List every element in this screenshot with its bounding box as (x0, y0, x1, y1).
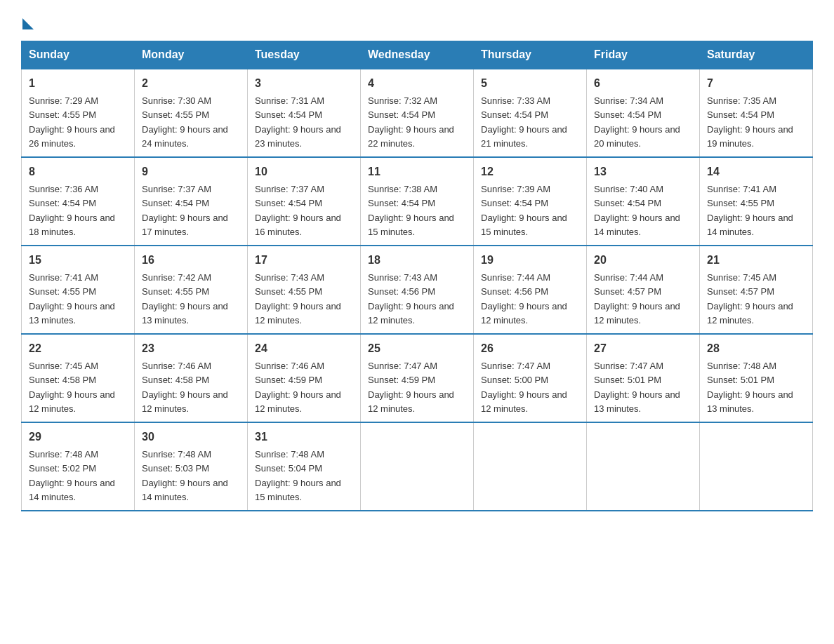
day-sunrise: Sunrise: 7:46 AM (142, 361, 211, 371)
logo (21, 14, 34, 27)
day-daylight: Daylight: 9 hours and 26 minutes. (29, 124, 115, 149)
day-daylight: Daylight: 9 hours and 14 minutes. (594, 213, 680, 237)
calendar-cell (700, 422, 813, 511)
day-number: 21 (707, 252, 805, 269)
day-daylight: Daylight: 9 hours and 15 minutes. (255, 478, 341, 502)
calendar-cell (361, 422, 474, 511)
day-number: 12 (481, 163, 579, 180)
day-sunset: Sunset: 4:56 PM (481, 286, 548, 297)
day-daylight: Daylight: 9 hours and 12 minutes. (142, 389, 228, 414)
day-sunset: Sunset: 4:55 PM (707, 198, 774, 208)
day-number: 31 (255, 429, 353, 445)
day-sunrise: Sunrise: 7:41 AM (707, 184, 776, 194)
day-sunset: Sunset: 4:58 PM (29, 375, 96, 385)
day-daylight: Daylight: 9 hours and 22 minutes. (368, 124, 454, 149)
day-sunrise: Sunrise: 7:29 AM (29, 95, 98, 106)
calendar-cell: 13 Sunrise: 7:40 AM Sunset: 4:54 PM Dayl… (587, 157, 700, 246)
calendar-cell (474, 422, 587, 511)
calendar-cell: 26 Sunrise: 7:47 AM Sunset: 5:00 PM Dayl… (474, 334, 587, 422)
day-daylight: Daylight: 9 hours and 15 minutes. (368, 213, 454, 237)
day-sunset: Sunset: 4:55 PM (255, 286, 322, 297)
day-number: 5 (481, 75, 579, 92)
calendar-cell: 16 Sunrise: 7:42 AM Sunset: 4:55 PM Dayl… (135, 246, 248, 334)
header-tuesday: Tuesday (248, 41, 361, 69)
day-sunrise: Sunrise: 7:47 AM (368, 361, 437, 371)
calendar-week-3: 15 Sunrise: 7:41 AM Sunset: 4:55 PM Dayl… (22, 246, 813, 334)
day-sunrise: Sunrise: 7:36 AM (29, 184, 98, 194)
day-number: 16 (142, 252, 240, 269)
day-sunrise: Sunrise: 7:44 AM (481, 272, 550, 283)
day-sunrise: Sunrise: 7:48 AM (29, 449, 98, 459)
header-wednesday: Wednesday (361, 41, 474, 69)
day-number: 3 (255, 75, 353, 92)
day-daylight: Daylight: 9 hours and 20 minutes. (594, 124, 680, 149)
calendar-cell: 28 Sunrise: 7:48 AM Sunset: 5:01 PM Dayl… (700, 334, 813, 422)
day-sunrise: Sunrise: 7:34 AM (594, 95, 663, 106)
day-sunset: Sunset: 4:55 PM (29, 286, 96, 297)
day-sunrise: Sunrise: 7:46 AM (255, 361, 324, 371)
day-sunset: Sunset: 4:58 PM (142, 375, 209, 385)
day-sunrise: Sunrise: 7:48 AM (707, 361, 776, 371)
calendar-week-5: 29 Sunrise: 7:48 AM Sunset: 5:02 PM Dayl… (22, 422, 813, 511)
day-sunrise: Sunrise: 7:37 AM (255, 184, 324, 194)
day-sunrise: Sunrise: 7:30 AM (142, 95, 211, 106)
day-number: 4 (368, 75, 466, 92)
day-daylight: Daylight: 9 hours and 15 minutes. (481, 213, 567, 237)
day-number: 13 (594, 163, 692, 180)
calendar-cell: 4 Sunrise: 7:32 AM Sunset: 4:54 PM Dayli… (361, 69, 474, 157)
calendar-cell: 24 Sunrise: 7:46 AM Sunset: 4:59 PM Dayl… (248, 334, 361, 422)
day-daylight: Daylight: 9 hours and 14 minutes. (142, 478, 228, 502)
day-number: 29 (29, 429, 127, 445)
day-sunset: Sunset: 4:55 PM (142, 286, 209, 297)
day-sunrise: Sunrise: 7:38 AM (368, 184, 437, 194)
calendar-cell: 11 Sunrise: 7:38 AM Sunset: 4:54 PM Dayl… (361, 157, 474, 246)
day-sunset: Sunset: 5:01 PM (707, 375, 774, 385)
day-sunset: Sunset: 4:54 PM (481, 109, 548, 120)
day-sunset: Sunset: 4:54 PM (368, 109, 435, 120)
calendar-cell: 7 Sunrise: 7:35 AM Sunset: 4:54 PM Dayli… (700, 69, 813, 157)
day-daylight: Daylight: 9 hours and 12 minutes. (255, 301, 341, 326)
day-number: 2 (142, 75, 240, 92)
header-friday: Friday (587, 41, 700, 69)
calendar-cell: 3 Sunrise: 7:31 AM Sunset: 4:54 PM Dayli… (248, 69, 361, 157)
day-sunrise: Sunrise: 7:37 AM (142, 184, 211, 194)
calendar-week-4: 22 Sunrise: 7:45 AM Sunset: 4:58 PM Dayl… (22, 334, 813, 422)
day-sunrise: Sunrise: 7:40 AM (594, 184, 663, 194)
day-daylight: Daylight: 9 hours and 12 minutes. (368, 389, 454, 414)
calendar-cell: 30 Sunrise: 7:48 AM Sunset: 5:03 PM Dayl… (135, 422, 248, 511)
day-number: 9 (142, 163, 240, 180)
day-number: 18 (368, 252, 466, 269)
day-sunset: Sunset: 4:57 PM (707, 286, 774, 297)
calendar-cell: 1 Sunrise: 7:29 AM Sunset: 4:55 PM Dayli… (22, 69, 135, 157)
day-sunset: Sunset: 5:04 PM (255, 463, 322, 474)
calendar-cell: 19 Sunrise: 7:44 AM Sunset: 4:56 PM Dayl… (474, 246, 587, 334)
day-sunset: Sunset: 4:54 PM (707, 109, 774, 120)
day-sunset: Sunset: 4:54 PM (255, 109, 322, 120)
day-daylight: Daylight: 9 hours and 12 minutes. (255, 389, 341, 414)
day-number: 24 (255, 340, 353, 357)
day-daylight: Daylight: 9 hours and 24 minutes. (142, 124, 228, 149)
header-thursday: Thursday (474, 41, 587, 69)
day-sunrise: Sunrise: 7:33 AM (481, 95, 550, 106)
day-sunrise: Sunrise: 7:35 AM (707, 95, 776, 106)
day-sunset: Sunset: 4:54 PM (481, 198, 548, 208)
day-daylight: Daylight: 9 hours and 17 minutes. (142, 213, 228, 237)
calendar-cell: 12 Sunrise: 7:39 AM Sunset: 4:54 PM Dayl… (474, 157, 587, 246)
page-header (21, 14, 813, 27)
day-sunrise: Sunrise: 7:47 AM (481, 361, 550, 371)
calendar-cell: 9 Sunrise: 7:37 AM Sunset: 4:54 PM Dayli… (135, 157, 248, 246)
header-row: SundayMondayTuesdayWednesdayThursdayFrid… (22, 41, 813, 69)
day-daylight: Daylight: 9 hours and 19 minutes. (707, 124, 793, 149)
day-sunset: Sunset: 4:54 PM (29, 198, 96, 208)
calendar-cell: 20 Sunrise: 7:44 AM Sunset: 4:57 PM Dayl… (587, 246, 700, 334)
day-sunrise: Sunrise: 7:32 AM (368, 95, 437, 106)
day-daylight: Daylight: 9 hours and 13 minutes. (707, 389, 793, 414)
day-daylight: Daylight: 9 hours and 13 minutes. (142, 301, 228, 326)
day-number: 15 (29, 252, 127, 269)
day-sunset: Sunset: 4:54 PM (594, 109, 661, 120)
calendar-cell: 29 Sunrise: 7:48 AM Sunset: 5:02 PM Dayl… (22, 422, 135, 511)
calendar-cell: 21 Sunrise: 7:45 AM Sunset: 4:57 PM Dayl… (700, 246, 813, 334)
day-daylight: Daylight: 9 hours and 16 minutes. (255, 213, 341, 237)
day-sunrise: Sunrise: 7:45 AM (29, 361, 98, 371)
calendar-cell: 22 Sunrise: 7:45 AM Sunset: 4:58 PM Dayl… (22, 334, 135, 422)
